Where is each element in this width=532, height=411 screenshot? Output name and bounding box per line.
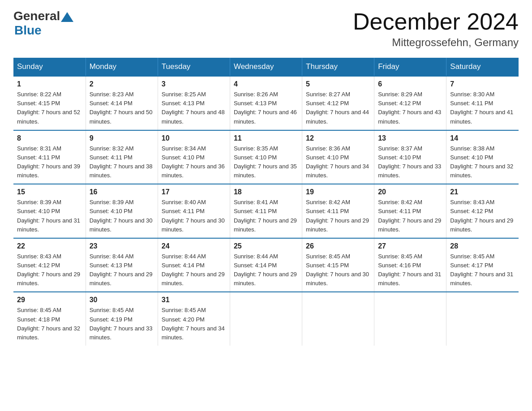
weekday-header-thursday: Thursday (302, 58, 374, 76)
calendar-cell: 27Sunrise: 8:45 AMSunset: 4:16 PMDayligh… (374, 238, 446, 292)
calendar-cell: 16Sunrise: 8:39 AMSunset: 4:10 PMDayligh… (86, 184, 158, 238)
day-info: Sunrise: 8:42 AMSunset: 4:11 PMDaylight:… (378, 198, 442, 234)
day-info: Sunrise: 8:39 AMSunset: 4:10 PMDaylight:… (17, 198, 82, 234)
day-info: Sunrise: 8:39 AMSunset: 4:10 PMDaylight:… (90, 198, 154, 234)
day-number: 9 (90, 134, 154, 142)
calendar-cell: 19Sunrise: 8:42 AMSunset: 4:11 PMDayligh… (302, 184, 374, 238)
day-info: Sunrise: 8:38 AMSunset: 4:10 PMDaylight:… (450, 144, 515, 180)
calendar-cell: 14Sunrise: 8:38 AMSunset: 4:10 PMDayligh… (446, 130, 519, 184)
weekday-header-row: SundayMondayTuesdayWednesdayThursdayFrid… (13, 58, 519, 76)
day-number: 26 (306, 242, 370, 250)
day-number: 22 (17, 242, 82, 250)
day-number: 30 (90, 296, 154, 304)
calendar-cell: 29Sunrise: 8:45 AMSunset: 4:18 PMDayligh… (13, 292, 86, 346)
day-number: 21 (450, 188, 515, 196)
calendar-cell: 11Sunrise: 8:35 AMSunset: 4:10 PMDayligh… (230, 130, 302, 184)
weekday-header-monday: Monday (86, 58, 158, 76)
logo-general-text: General (13, 9, 60, 23)
day-info: Sunrise: 8:45 AMSunset: 4:19 PMDaylight:… (90, 306, 154, 342)
day-number: 14 (450, 134, 515, 142)
day-number: 6 (378, 80, 442, 88)
day-info: Sunrise: 8:41 AMSunset: 4:11 PMDaylight:… (234, 198, 298, 234)
calendar-cell: 25Sunrise: 8:44 AMSunset: 4:14 PMDayligh… (230, 238, 302, 292)
day-number: 5 (306, 80, 370, 88)
day-info: Sunrise: 8:37 AMSunset: 4:10 PMDaylight:… (378, 144, 442, 180)
calendar-cell: 2Sunrise: 8:23 AMSunset: 4:14 PMDaylight… (86, 76, 158, 130)
calendar-cell: 9Sunrise: 8:32 AMSunset: 4:11 PMDaylight… (86, 130, 158, 184)
day-number: 27 (378, 242, 442, 250)
day-number: 20 (378, 188, 442, 196)
day-info: Sunrise: 8:43 AMSunset: 4:12 PMDaylight:… (450, 198, 515, 234)
day-number: 16 (90, 188, 154, 196)
calendar-cell (374, 292, 446, 346)
day-info: Sunrise: 8:44 AMSunset: 4:14 PMDaylight:… (162, 252, 226, 288)
calendar-week-2: 8Sunrise: 8:31 AMSunset: 4:11 PMDaylight… (13, 130, 519, 184)
day-info: Sunrise: 8:25 AMSunset: 4:13 PMDaylight:… (162, 90, 226, 126)
calendar-cell: 20Sunrise: 8:42 AMSunset: 4:11 PMDayligh… (374, 184, 446, 238)
day-number: 28 (450, 242, 515, 250)
calendar-week-5: 29Sunrise: 8:45 AMSunset: 4:18 PMDayligh… (13, 292, 519, 346)
calendar-cell: 28Sunrise: 8:45 AMSunset: 4:17 PMDayligh… (446, 238, 519, 292)
day-info: Sunrise: 8:27 AMSunset: 4:12 PMDaylight:… (306, 90, 370, 126)
day-number: 4 (234, 80, 298, 88)
day-number: 7 (450, 80, 515, 88)
day-info: Sunrise: 8:44 AMSunset: 4:13 PMDaylight:… (90, 252, 154, 288)
calendar-week-1: 1Sunrise: 8:22 AMSunset: 4:15 PMDaylight… (13, 76, 519, 130)
day-info: Sunrise: 8:26 AMSunset: 4:13 PMDaylight:… (234, 90, 298, 126)
day-info: Sunrise: 8:31 AMSunset: 4:11 PMDaylight:… (17, 144, 82, 180)
day-info: Sunrise: 8:32 AMSunset: 4:11 PMDaylight:… (90, 144, 154, 180)
day-number: 18 (234, 188, 298, 196)
weekday-header-friday: Friday (374, 58, 446, 76)
calendar-cell: 17Sunrise: 8:40 AMSunset: 4:11 PMDayligh… (158, 184, 230, 238)
day-number: 23 (90, 242, 154, 250)
calendar-body: 1Sunrise: 8:22 AMSunset: 4:15 PMDaylight… (13, 76, 519, 346)
day-number: 25 (234, 242, 298, 250)
day-number: 10 (162, 134, 226, 142)
calendar-cell: 8Sunrise: 8:31 AMSunset: 4:11 PMDaylight… (13, 130, 86, 184)
calendar-cell: 24Sunrise: 8:44 AMSunset: 4:14 PMDayligh… (158, 238, 230, 292)
day-info: Sunrise: 8:34 AMSunset: 4:10 PMDaylight:… (162, 144, 226, 180)
month-title: December 2024 (353, 9, 519, 34)
day-info: Sunrise: 8:45 AMSunset: 4:17 PMDaylight:… (450, 252, 515, 288)
weekday-header-sunday: Sunday (13, 58, 86, 76)
day-number: 12 (306, 134, 370, 142)
day-info: Sunrise: 8:36 AMSunset: 4:10 PMDaylight:… (306, 144, 370, 180)
calendar-cell: 21Sunrise: 8:43 AMSunset: 4:12 PMDayligh… (446, 184, 519, 238)
calendar-cell: 15Sunrise: 8:39 AMSunset: 4:10 PMDayligh… (13, 184, 86, 238)
day-number: 2 (90, 80, 154, 88)
calendar-week-3: 15Sunrise: 8:39 AMSunset: 4:10 PMDayligh… (13, 184, 519, 238)
calendar-cell: 26Sunrise: 8:45 AMSunset: 4:15 PMDayligh… (302, 238, 374, 292)
day-info: Sunrise: 8:22 AMSunset: 4:15 PMDaylight:… (17, 90, 82, 126)
day-number: 31 (162, 296, 226, 304)
calendar-header: SundayMondayTuesdayWednesdayThursdayFrid… (13, 58, 519, 76)
day-info: Sunrise: 8:42 AMSunset: 4:11 PMDaylight:… (306, 198, 370, 234)
day-info: Sunrise: 8:30 AMSunset: 4:11 PMDaylight:… (450, 90, 515, 126)
day-number: 17 (162, 188, 226, 196)
calendar-week-4: 22Sunrise: 8:43 AMSunset: 4:12 PMDayligh… (13, 238, 519, 292)
calendar-cell (302, 292, 374, 346)
day-number: 13 (378, 134, 442, 142)
day-number: 24 (162, 242, 226, 250)
day-number: 11 (234, 134, 298, 142)
day-info: Sunrise: 8:23 AMSunset: 4:14 PMDaylight:… (90, 90, 154, 126)
calendar-cell: 12Sunrise: 8:36 AMSunset: 4:10 PMDayligh… (302, 130, 374, 184)
calendar-cell: 31Sunrise: 8:45 AMSunset: 4:20 PMDayligh… (158, 292, 230, 346)
calendar-cell: 23Sunrise: 8:44 AMSunset: 4:13 PMDayligh… (86, 238, 158, 292)
title-block: December 2024 Mittegrossefehn, Germany (353, 9, 519, 49)
calendar-cell: 5Sunrise: 8:27 AMSunset: 4:12 PMDaylight… (302, 76, 374, 130)
day-info: Sunrise: 8:45 AMSunset: 4:18 PMDaylight:… (17, 306, 82, 342)
day-number: 19 (306, 188, 370, 196)
page-header: General Blue December 2024 Mittegrossefe… (13, 9, 519, 49)
day-info: Sunrise: 8:45 AMSunset: 4:15 PMDaylight:… (306, 252, 370, 288)
calendar-table: SundayMondayTuesdayWednesdayThursdayFrid… (13, 58, 519, 346)
calendar-cell: 4Sunrise: 8:26 AMSunset: 4:13 PMDaylight… (230, 76, 302, 130)
calendar-cell: 1Sunrise: 8:22 AMSunset: 4:15 PMDaylight… (13, 76, 86, 130)
day-number: 8 (17, 134, 82, 142)
calendar-cell: 6Sunrise: 8:29 AMSunset: 4:12 PMDaylight… (374, 76, 446, 130)
day-info: Sunrise: 8:40 AMSunset: 4:11 PMDaylight:… (162, 198, 226, 234)
location-title: Mittegrossefehn, Germany (353, 36, 519, 49)
day-info: Sunrise: 8:45 AMSunset: 4:20 PMDaylight:… (162, 306, 226, 342)
weekday-header-wednesday: Wednesday (230, 58, 302, 76)
weekday-header-saturday: Saturday (446, 58, 519, 76)
day-number: 1 (17, 80, 82, 88)
